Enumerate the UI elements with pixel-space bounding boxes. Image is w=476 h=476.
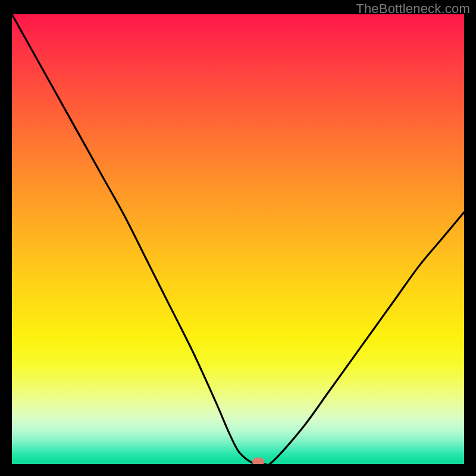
chart-frame: TheBottleneck.com xyxy=(0,0,476,476)
bottleneck-curve xyxy=(12,14,464,464)
watermark-text: TheBottleneck.com xyxy=(356,1,470,17)
plot-area xyxy=(12,14,464,464)
optimum-marker xyxy=(252,458,264,464)
plot-outer xyxy=(12,14,464,464)
